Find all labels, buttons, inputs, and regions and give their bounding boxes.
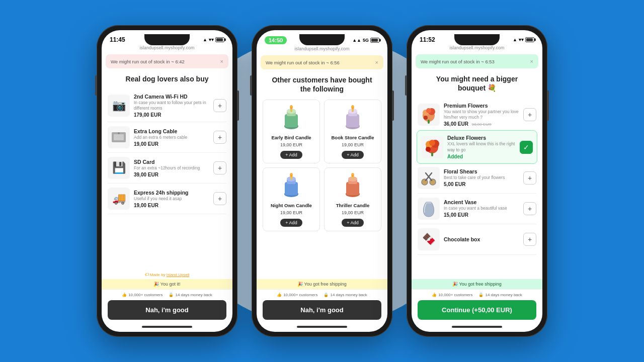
product-name-1-3: Express 24h shipping [134,190,209,196]
notification-text-2: We might run out of stock in ~ 6:56 [266,60,340,65]
signal-icon-1: ▲ [203,37,207,42]
add-btn-1-3[interactable]: + [213,192,226,205]
product-desc-1-1: Add an extra 6 meters cable [134,135,209,140]
product-desc-3-1: XXL lovers will know this is the right w… [447,141,516,152]
trust-money-3: 🔒 14 days money back [478,293,522,297]
add-btn-3-4[interactable]: + [523,233,536,246]
add-btn-3-1[interactable]: ✓ [520,141,533,154]
product-name-3-3: Ancient Vase [444,199,519,205]
add-pill-2-3[interactable]: + Add [342,219,363,227]
scroll-content-1[interactable]: Real dog lovers also buy 📷 2nd Camera Wi… [102,70,232,270]
product-img-1-2: 💾 [108,157,130,179]
product-price-3-3: 15,00 EUR [444,212,519,218]
svg-point-31 [424,116,428,120]
svg-point-8 [290,105,293,109]
product-card-2-1: Book Store Candle 19,00 EUR + Add [324,100,381,163]
made-by-1: 🏷 Made by Island Upsell [102,270,232,279]
status-icons-2: ▲▲ 5G [352,38,379,43]
product-info-1-2: SD Card For an extra ~12hours of recordi… [134,159,209,177]
close-notification-1[interactable]: × [220,58,223,64]
notification-bar-3: We might run out of stock in ~ 6:53 × [416,54,538,68]
money-icon-3: 🔒 [478,293,484,297]
add-btn-1-2[interactable]: + [213,161,226,174]
product-item-3-1: Deluxe Flowers XXL lovers will know this… [417,130,537,163]
wifi-icon-3: ▾▾ [519,37,524,42]
cta-btn-1[interactable]: Nah, i'm good [108,300,226,320]
money-text-2: 14 days money back [330,293,367,297]
product-price-3-0: 36,00 EUR 90,00 EUR [444,121,519,127]
add-pill-2-2[interactable]: + Add [280,219,302,227]
svg-point-2 [118,132,120,134]
trust-customers-1: 👍 10,000+ customers [122,293,163,297]
product-name-3-0: Premium Flowers [444,103,519,109]
wifi-icon-1: ▾▾ [209,37,214,42]
product-info-3-0: Premium Flowers You want to show your pa… [444,103,519,127]
product-desc-3-2: Best to take care of your flowers [444,175,519,180]
phone-notch-3 [454,34,500,45]
battery-icon-2 [370,38,379,43]
product-img-3-1 [421,136,443,158]
money-icon-2: 🔒 [324,293,329,297]
product-name-3-2: Floral Shears [444,168,519,174]
svg-rect-1 [114,134,124,140]
cta-btn-3[interactable]: Continue (+50,00 EUR) [418,300,536,320]
product-item-3-2: Floral Shears Best to take care of your … [418,163,536,194]
add-btn-1-1[interactable]: + [213,131,226,144]
product-price-3-2: 5,00 EUR [444,182,519,187]
svg-point-20 [290,173,293,177]
cta-btn-2[interactable]: Nah, i'm good [263,300,381,320]
product-card-img-2-2 [276,172,306,200]
product-item-1-1: Extra Long Cable Add an extra 6 meters c… [108,122,226,153]
footer-trust-1: 👍 10,000+ customers 🔒 14 days money back [102,289,232,300]
phone-2-screen: 14:50 ▲▲ 5G islandupsell.myshopify.com W… [257,30,387,332]
trust-money-1: 🔒 14 days money back [169,293,212,297]
add-pill-2-1[interactable]: + Add [342,151,363,159]
product-item-3-3: Ancient Vase In case you want a beautifu… [418,194,536,224]
svg-point-30 [426,108,431,113]
customers-text-2: 10,000+ customers [283,293,317,297]
trust-customers-2: 👍 10,000+ customers [277,293,317,297]
add-btn-3-0[interactable]: + [523,108,536,121]
product-price-1-3: 19,00 EUR [134,203,209,208]
product-info-1-0: 2nd Camera Wi-Fi HD In case you want to … [134,94,209,118]
notification-text-3: We might run out of stock in ~ 6:53 [421,59,495,64]
phones-container: 11:45 ▲ ▾▾ islandupsell.myshopify.com We… [97,25,547,337]
product-card-name-2-0: Early Bird Candle [267,135,315,140]
product-info-3-3: Ancient Vase In case you want a beautifu… [444,199,519,218]
close-notification-3[interactable]: × [530,58,533,64]
close-notification-2[interactable]: × [375,59,378,65]
add-btn-3-2[interactable]: + [523,171,536,185]
made-by-link-1[interactable]: Island Upsell [167,273,190,277]
add-pill-2-0[interactable]: + Add [280,151,302,159]
customers-icon-1: 👍 [122,293,127,297]
product-info-3-1: Deluxe Flowers XXL lovers will know this… [447,135,516,159]
product-name-1-1: Extra Long Cable [134,128,209,134]
old-price-3-0: 90,00 EUR [472,122,492,127]
customers-text-1: 10,000+ customers [128,293,163,297]
product-info-3-2: Floral Shears Best to take care of your … [444,168,519,187]
product-desc-3-0: You want to show your partner you love h… [444,109,519,120]
product-price-1-1: 19,00 EUR [134,141,209,147]
scroll-content-3[interactable]: You might need a biggerbouquet 💐 Premium… [412,70,542,279]
home-indicator-2 [297,326,347,328]
phone-3-screen: 11:52 ▲ ▾▾ islandupsell.myshopify.com We… [412,30,542,332]
customers-icon-2: 👍 [277,293,282,297]
url-bar-3: islandupsell.myshopify.com [412,45,542,52]
product-info-3-4: Chocolate box [444,236,519,242]
product-name-3-4: Chocolate box [444,236,519,242]
product-card-price-2-3: 19,00 EUR [329,210,377,215]
product-card-name-2-2: Night Own Candle [267,203,315,208]
add-btn-1-0[interactable]: + [213,99,226,112]
product-price-3-1: Added [447,154,516,159]
product-img-1-1 [108,126,130,148]
phone-1: 11:45 ▲ ▾▾ islandupsell.myshopify.com We… [97,25,237,337]
phone-3: 11:52 ▲ ▾▾ islandupsell.myshopify.com We… [407,25,547,337]
price-value-3-0: 36,00 EUR [444,121,468,127]
scroll-content-2[interactable]: Other customers have boughtthe following… [257,71,387,279]
add-btn-3-3[interactable]: + [523,202,536,215]
section-title-1: Real dog lovers also buy [108,74,226,83]
section-title-2: Other customers have boughtthe following [263,75,381,94]
notification-bar-1: We might run out of stock in ~ 6:42 × [106,54,228,68]
svg-rect-38 [431,152,433,156]
product-desc-1-0: In case you want to follow your pets in … [134,100,209,111]
